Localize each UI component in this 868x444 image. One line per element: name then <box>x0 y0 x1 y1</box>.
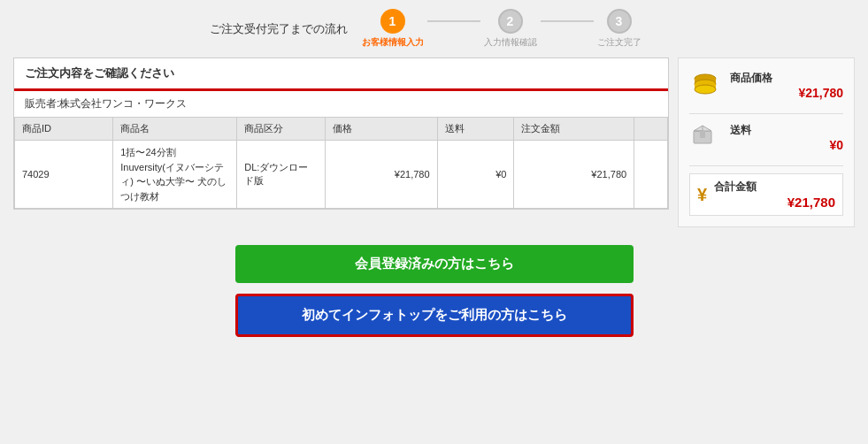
step-3-label: ご注文完了 <box>597 36 641 49</box>
cell-action <box>634 141 668 209</box>
cell-shipping: ¥0 <box>437 141 514 209</box>
order-summary-panel: ご注文内容をご確認ください 販売者:株式会社ワンコ・ワークス 商品ID 商品名 … <box>13 57 669 210</box>
cell-id: 74029 <box>15 141 113 209</box>
product-price-info: 商品価格 ¥21,780 <box>730 71 843 100</box>
new-user-button[interactable]: 初めてインフォトップをご利用の方はこちら <box>235 294 634 337</box>
col-header-price: 価格 <box>326 118 437 141</box>
cell-name: 1括〜24分割 Inuversity(イヌバーシティ) 〜いぬ大学〜 犬のしつけ… <box>113 141 237 209</box>
step-1-circle: 1 <box>380 9 405 34</box>
total-value: ¥21,780 <box>714 195 835 210</box>
main-content: ご注文内容をご確認ください 販売者:株式会社ワンコ・ワークス 商品ID 商品名 … <box>0 57 868 227</box>
svg-rect-9 <box>700 131 705 138</box>
cell-category: DL:ダウンロード版 <box>237 141 326 209</box>
shipping-value: ¥0 <box>730 138 843 152</box>
shipping-label: 送料 <box>730 123 843 138</box>
buttons-area: 会員登録済みの方はこちら 初めてインフォトップをご利用の方はこちら <box>0 227 868 355</box>
col-header-category: 商品区分 <box>237 118 326 141</box>
step-1: 1 お客様情報入力 <box>362 9 424 49</box>
product-price-value: ¥21,780 <box>730 86 843 100</box>
total-info: 合計金額 ¥21,780 <box>714 180 835 210</box>
col-header-total: 注文金額 <box>514 118 634 141</box>
seller-info: 販売者:株式会社ワンコ・ワークス <box>14 91 668 117</box>
steps-container: 1 お客様情報入力 2 入力情報確認 3 ご注文完了 <box>362 9 641 49</box>
order-summary-title: ご注文内容をご確認ください <box>25 66 174 80</box>
total-label: 合計金額 <box>714 180 757 193</box>
divider-2 <box>689 165 843 166</box>
step-3-circle: 3 <box>607 9 632 34</box>
seller-label: 販売者:株式会社ワンコ・ワークス <box>25 97 187 110</box>
svg-point-4 <box>695 85 716 94</box>
col-header-name: 商品名 <box>113 118 237 141</box>
step-line-1 <box>427 20 480 22</box>
table-header-row: 商品ID 商品名 商品区分 価格 送料 注文金額 <box>15 118 668 141</box>
product-price-row: 商品価格 ¥21,780 <box>689 69 843 101</box>
step-1-label: お客様情報入力 <box>362 36 424 49</box>
col-header-extra <box>634 118 668 141</box>
divider-1 <box>689 113 843 114</box>
total-row: ¥ 合計金額 ¥21,780 <box>689 173 843 216</box>
table-row: 74029 1括〜24分割 Inuversity(イヌバーシティ) 〜いぬ大学〜… <box>15 141 668 209</box>
cell-price: ¥21,780 <box>326 141 437 209</box>
step-2: 2 入力情報確認 <box>484 9 537 49</box>
progress-title: ご注文受付完了までの流れ <box>210 21 348 37</box>
shipping-icon <box>689 121 721 153</box>
col-header-id: 商品ID <box>15 118 113 141</box>
shipping-row: 送料 ¥0 <box>689 121 843 153</box>
step-2-circle: 2 <box>498 9 523 34</box>
step-2-label: 入力情報確認 <box>484 36 537 49</box>
order-table: 商品ID 商品名 商品区分 価格 送料 注文金額 74029 1括〜24分割 I… <box>14 117 668 209</box>
step-3: 3 ご注文完了 <box>597 9 641 49</box>
progress-bar: ご注文受付完了までの流れ 1 お客様情報入力 2 入力情報確認 3 ご注文完了 <box>0 9 868 49</box>
cell-total: ¥21,780 <box>514 141 634 209</box>
step-line-2 <box>541 20 594 22</box>
yen-icon: ¥ <box>697 185 707 205</box>
price-summary-panel: 商品価格 ¥21,780 送料 ¥0 <box>678 57 855 227</box>
product-price-label: 商品価格 <box>730 71 843 86</box>
order-summary-header: ご注文内容をご確認ください <box>14 58 668 91</box>
coins-icon <box>689 69 721 101</box>
shipping-price-info: 送料 ¥0 <box>730 123 843 152</box>
col-header-shipping: 送料 <box>437 118 514 141</box>
member-login-button[interactable]: 会員登録済みの方はこちら <box>235 245 634 283</box>
